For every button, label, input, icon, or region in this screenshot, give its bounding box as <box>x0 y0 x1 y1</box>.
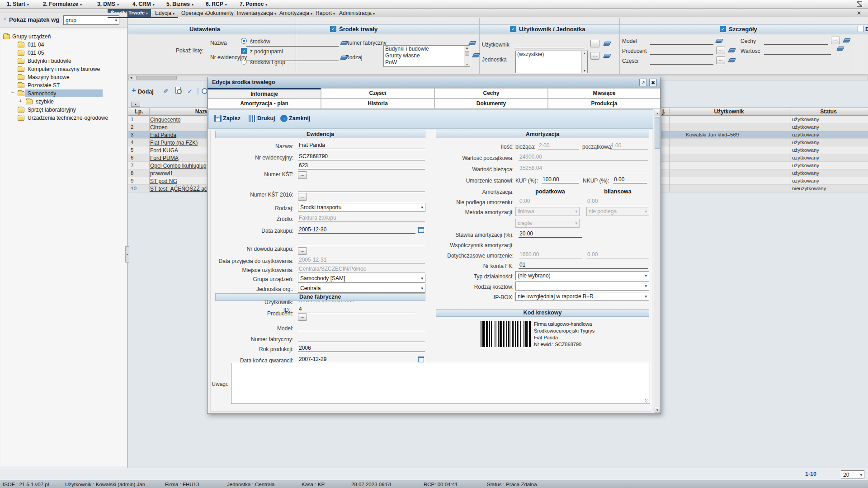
czesci-input[interactable] <box>650 58 713 65</box>
menu-biznes[interactable]: 5. Biznes <box>166 1 193 7</box>
asset-link[interactable]: ST pod NG <box>150 178 177 184</box>
rodzaj-select[interactable]: Środki transportu <box>298 203 425 212</box>
typ-dzialalnosci-select[interactable]: (nie wybrano) <box>515 271 649 280</box>
czesci-browse-button[interactable] <box>716 56 725 64</box>
tab-informacje[interactable]: Informacje <box>208 88 321 99</box>
asset-link[interactable]: ST test: ĄĆĘŃÓŚŻŹ ąćęńó <box>150 186 216 192</box>
jednostka-option[interactable]: (wszystkie) <box>516 51 587 58</box>
chevron-down-icon[interactable]: ∨ <box>3 16 6 21</box>
tab-czesci[interactable]: Części <box>321 88 434 99</box>
tab-dokumenty[interactable]: Dokumenty <box>434 99 548 109</box>
save-button[interactable]: Zapisz <box>223 115 241 122</box>
checkbox-z-podgrupami[interactable] <box>241 48 247 54</box>
nr-dowodu-field[interactable] <box>298 239 425 246</box>
menu-dms[interactable]: 3. DMS <box>97 1 119 7</box>
clear-jednostka-icon[interactable] <box>603 54 611 58</box>
tab-cechy[interactable]: Cechy <box>434 88 548 99</box>
clear-uzytkownik-icon[interactable] <box>603 42 611 46</box>
edit-pencil-icon[interactable]: ✎ <box>163 88 168 95</box>
column-header-uzytkownik[interactable]: Użytkownik <box>669 108 789 116</box>
nr-ewidencyjny-field[interactable]: SCZ868790 <box>298 153 425 160</box>
asset-link[interactable]: Citroen <box>150 124 168 131</box>
nkup-field[interactable]: 0.00 <box>613 176 647 183</box>
asset-link[interactable]: Fiat Panda <box>150 132 176 138</box>
jednostka-browse-button[interactable] <box>590 52 599 60</box>
page-size-dropdown[interactable]: 20 <box>841 470 864 479</box>
clear-cechy-icon[interactable] <box>843 38 851 42</box>
asset-link[interactable]: Ford PUMA <box>150 155 179 161</box>
tree-item[interactable]: 011-05 <box>28 50 44 56</box>
menu-operacje[interactable]: Operacje <box>181 10 207 16</box>
tree-item-selected[interactable]: Samochody <box>28 90 56 97</box>
numer-fabryczny-field[interactable] <box>298 335 425 342</box>
asset-link[interactable]: Fiat Punto (na FZK) <box>150 140 198 146</box>
grupa-select[interactable]: Samochody [SAM] <box>298 274 425 283</box>
tree-item[interactable]: Maszyny biurowe <box>28 74 70 80</box>
dialog-close-icon[interactable] <box>649 79 657 86</box>
rodzaj-scrollbar[interactable]: ▲▼ <box>464 46 470 66</box>
print-button[interactable]: Drukuj <box>257 115 275 122</box>
add-button[interactable]: Dodaj <box>138 89 154 95</box>
column-header-status[interactable]: Status <box>789 108 868 116</box>
nazwa-input[interactable] <box>246 40 339 47</box>
menu-formularze[interactable]: 2. Formularze <box>43 1 82 7</box>
ipbox-select[interactable]: nie uwzględniaj w raporcie B+R <box>515 292 649 301</box>
asset-link[interactable]: prawowl1 <box>150 170 173 177</box>
cechy-input[interactable] <box>764 38 828 45</box>
dialog-scrollbar[interactable]: ▲▼ <box>654 109 660 413</box>
clear-wartosc-icon[interactable] <box>836 47 844 51</box>
asset-link[interactable]: Ford KUGA <box>150 147 178 154</box>
cechy-browse-button[interactable] <box>831 37 840 44</box>
clear-czesci-icon[interactable] <box>728 58 736 62</box>
model-field[interactable] <box>298 324 425 331</box>
confirm-check-icon[interactable]: ✓ <box>187 88 193 95</box>
tab-amortyzacja-plan[interactable]: Amortyzacja - plan <box>208 99 321 109</box>
calendar-icon[interactable] <box>418 357 424 362</box>
calendar-icon[interactable] <box>418 227 424 233</box>
tab-produkcja[interactable]: Produkcja <box>548 99 660 109</box>
dialog-titlebar[interactable]: Edycja środka trwałego <box>208 77 660 88</box>
kst-browse-button[interactable] <box>298 171 307 179</box>
tree-item[interactable]: 011-04 <box>28 42 44 48</box>
nr-dowodu-browse-button[interactable] <box>298 247 307 255</box>
collapse-toggle-icon[interactable]: − <box>10 90 15 95</box>
close-button[interactable]: Zamknij <box>289 115 310 122</box>
kup-field[interactable]: 100.00 <box>542 176 579 183</box>
jednostka-listbox[interactable]: (wszystkie) ▲▼ <box>515 51 588 73</box>
tree-item[interactable]: Sprzęt laboratoryjny <box>28 107 76 113</box>
uzytkownik-browse-button[interactable] <box>590 40 599 47</box>
clear-model-icon[interactable] <box>715 39 723 43</box>
kst2016-browse-button[interactable] <box>298 193 307 201</box>
clear-numer-fabryczny-icon[interactable] <box>468 41 476 45</box>
jednostka-org-select[interactable]: Centrala <box>298 284 425 293</box>
checkbox-szczegoly[interactable] <box>720 26 726 32</box>
tree-item[interactable]: Urzadzenia techniczne-ogrodowe <box>28 115 108 121</box>
preview-document-icon[interactable] <box>175 87 181 94</box>
model-input[interactable] <box>650 38 713 45</box>
expand-window-icon[interactable] <box>857 1 862 7</box>
producent-browse-button-dialog[interactable] <box>298 313 307 321</box>
sort-direction-icon[interactable]: ▲ <box>131 102 140 107</box>
menu-dokumenty[interactable]: Dokumenty <box>206 10 234 16</box>
asset-link[interactable]: Cinquecento <box>150 117 180 123</box>
rodzaj-option[interactable]: Budynki i budowle <box>384 46 470 52</box>
tab-miesiace[interactable]: Miesiące <box>548 88 660 99</box>
column-header-lp[interactable]: Lp. <box>128 108 150 116</box>
tree-root[interactable]: Grupy urządzeń <box>12 33 51 40</box>
data-gwarancji-field[interactable]: 2007-12-29 <box>298 356 415 363</box>
checkbox-partial-section[interactable] <box>858 26 864 32</box>
asset-link[interactable]: Opel Combo lkuhluglugug <box>150 163 212 169</box>
wartosc-input[interactable] <box>764 48 831 55</box>
menu-amortyzacja[interactable]: Amortyzacja <box>279 10 312 16</box>
menu-administracja[interactable]: Administracja <box>339 10 375 16</box>
menu-crm[interactable]: 4. CRM <box>132 1 155 7</box>
menu-start[interactable]: 1. Start <box>7 1 29 7</box>
tab-historia[interactable]: Historia <box>321 99 434 109</box>
tree-item[interactable]: Komputery i maszyny biurowe <box>28 66 100 72</box>
nazwa-field[interactable]: Fiat Panda <box>298 142 425 149</box>
numer-kst2016-field[interactable] <box>298 185 425 192</box>
checkbox-uzytkownik-jednostka[interactable] <box>510 26 516 32</box>
data-zakupu-field[interactable]: 2005-12-30 <box>298 226 415 234</box>
popout-icon[interactable] <box>639 79 647 86</box>
sidebar-splitter[interactable]: ◂ <box>125 246 129 263</box>
